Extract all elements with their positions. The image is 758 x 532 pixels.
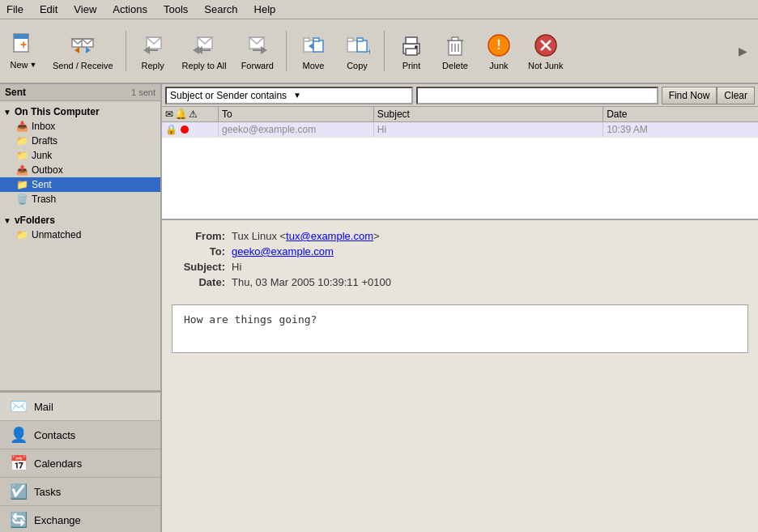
- send-receive-icon: [70, 32, 96, 58]
- svg-rect-24: [313, 40, 323, 52]
- tasks-nav-icon: ☑️: [10, 483, 28, 500]
- menu-edit[interactable]: Edit: [36, 2, 61, 17]
- svg-rect-33: [406, 37, 417, 44]
- svg-rect-30: [357, 38, 363, 41]
- col-attachment-icon: 🔔: [175, 109, 187, 120]
- msg-to-cell: geeko@example.com: [219, 122, 374, 137]
- menu-file[interactable]: File: [3, 2, 27, 17]
- reply-icon: [140, 32, 166, 58]
- from-label: From:: [175, 230, 232, 242]
- nav-mail-label: Mail: [34, 401, 53, 413]
- toolbar-more-button[interactable]: ▶: [739, 45, 755, 57]
- filter-type-select[interactable]: Subject or Sender contains ▼: [165, 87, 413, 104]
- sidebar-item-outbox[interactable]: 📤 Outbox: [0, 163, 160, 177]
- col-subject-header[interactable]: Subject: [374, 107, 603, 121]
- reply-label: Reply: [142, 61, 164, 70]
- toolbar-separator-3: [384, 31, 385, 71]
- copy-button[interactable]: + Copy: [337, 28, 377, 74]
- tree-section-computer: ▼ On This Computer 📥 Inbox 📁 Drafts 📁 Ju…: [0, 101, 160, 210]
- find-now-button[interactable]: Find Now: [662, 87, 718, 104]
- expand-vfolders-icon: ▼: [3, 216, 11, 225]
- menu-actions[interactable]: Actions: [109, 2, 151, 17]
- outbox-icon: 📤: [16, 164, 28, 176]
- to-email-link[interactable]: geeko@example.com: [232, 245, 334, 257]
- delete-icon: [442, 32, 468, 58]
- menu-search[interactable]: Search: [201, 2, 241, 17]
- col-read-icon: ✉: [165, 109, 173, 120]
- col-to-header[interactable]: To: [219, 107, 374, 121]
- reply-all-button[interactable]: Reply to All: [177, 28, 232, 74]
- copy-label: Copy: [347, 61, 368, 70]
- svg-rect-27: [347, 40, 357, 52]
- nav-tasks[interactable]: ☑️ Tasks: [0, 477, 160, 505]
- message-body: How are things going?: [172, 304, 748, 353]
- new-dropdown-arrow[interactable]: ▼: [30, 61, 37, 69]
- reply-button[interactable]: Reply: [133, 28, 173, 74]
- not-junk-label: Not Junk: [528, 61, 563, 70]
- clear-button[interactable]: Clear: [717, 87, 755, 104]
- section-vfolders-label: vFolders: [15, 215, 55, 226]
- send-receive-button[interactable]: Send / Receive: [47, 28, 119, 74]
- junk-button[interactable]: ! Junk: [479, 28, 519, 74]
- filter-type-label: Subject or Sender contains: [170, 90, 287, 101]
- trash-label: Trash: [32, 194, 56, 205]
- junk-folder-label: Junk: [32, 150, 52, 161]
- not-junk-button[interactable]: Not Junk: [522, 28, 568, 74]
- reply-all-label: Reply to All: [182, 61, 227, 70]
- delete-button[interactable]: Delete: [435, 28, 475, 74]
- nav-contacts-label: Contacts: [34, 429, 75, 441]
- nav-contacts[interactable]: 👤 Contacts: [0, 420, 160, 449]
- sent-label: Sent: [32, 179, 52, 190]
- new-button[interactable]: + New ▼: [3, 28, 44, 74]
- to-value: geeko@example.com: [232, 245, 334, 257]
- col-status-icon: ⚠: [189, 109, 198, 120]
- sidebar-item-junk[interactable]: 📁 Junk: [0, 148, 160, 163]
- col-icons: ✉ 🔔 ⚠: [162, 107, 219, 121]
- toolbar: + New ▼ Send / Receive: [0, 19, 758, 84]
- junk-icon: !: [486, 32, 512, 58]
- unmatched-icon: 📁: [16, 229, 28, 240]
- nav-mail[interactable]: ✉️ Mail: [0, 392, 160, 420]
- date-value: Thu, 03 Mar 2005 10:39:11 +0100: [232, 276, 391, 288]
- sidebar-item-trash[interactable]: 🗑️ Trash: [0, 192, 160, 206]
- svg-rect-29: [357, 40, 367, 52]
- date-label: Date:: [175, 276, 232, 288]
- msg-status-dot: [181, 126, 189, 134]
- sidebar-item-unmatched[interactable]: 📁 Unmatched: [0, 228, 160, 242]
- sidebar: Sent 1 sent ▼ On This Computer 📥 Inbox 📁…: [0, 84, 162, 532]
- drafts-icon: 📁: [16, 135, 28, 147]
- content-area: Subject or Sender contains ▼ Find Now Cl…: [162, 84, 758, 532]
- outbox-label: Outbox: [32, 164, 63, 176]
- svg-marker-7: [75, 47, 79, 53]
- print-button[interactable]: Print: [391, 28, 432, 74]
- junk-label: Junk: [489, 61, 508, 70]
- contacts-nav-icon: 👤: [10, 426, 28, 444]
- nav-exchange[interactable]: 🔄 Exchange: [0, 505, 160, 532]
- nav-tasks-label: Tasks: [34, 486, 61, 498]
- new-label: New: [11, 60, 28, 70]
- section-header-computer[interactable]: ▼ On This Computer: [0, 104, 160, 119]
- svg-text:+: +: [367, 46, 370, 57]
- section-header-vfolders[interactable]: ▼ vFolders: [0, 213, 160, 228]
- table-row[interactable]: 🔒 geeko@example.com Hi 10:39 AM: [162, 122, 758, 138]
- unmatched-label: Unmatched: [32, 229, 81, 240]
- nav-calendars[interactable]: 📅 Calendars: [0, 449, 160, 477]
- filter-search-input[interactable]: [416, 87, 658, 104]
- forward-button[interactable]: Forward: [236, 28, 279, 74]
- svg-text:!: !: [496, 38, 500, 52]
- from-email-link[interactable]: tux@example.com: [286, 230, 373, 242]
- col-date-header[interactable]: Date: [603, 107, 758, 121]
- svg-rect-34: [406, 49, 417, 55]
- sidebar-item-inbox[interactable]: 📥 Inbox: [0, 119, 160, 134]
- subject-field: Subject: Hi: [175, 261, 745, 273]
- svg-point-35: [415, 45, 418, 49]
- menu-view[interactable]: View: [70, 2, 100, 17]
- sidebar-item-sent[interactable]: 📁 Sent: [0, 177, 160, 192]
- msg-lock-icon: 🔒: [165, 124, 177, 135]
- move-button[interactable]: Move: [293, 28, 334, 74]
- menu-tools[interactable]: Tools: [160, 2, 191, 17]
- sent-icon: 📁: [16, 179, 28, 190]
- menu-help[interactable]: Help: [251, 2, 279, 17]
- trash-icon: 🗑️: [16, 194, 28, 205]
- sidebar-item-drafts[interactable]: 📁 Drafts: [0, 134, 160, 148]
